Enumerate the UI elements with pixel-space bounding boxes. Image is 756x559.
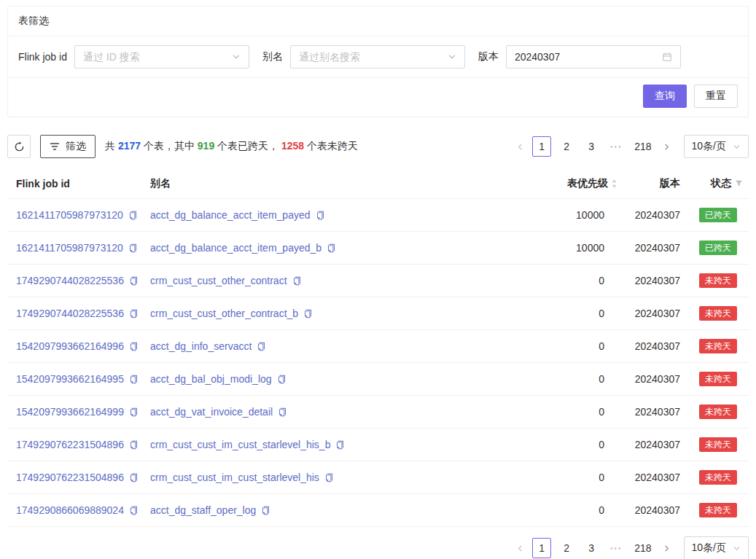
job-id-link[interactable]: 1749290762231504896 <box>16 472 124 483</box>
copy-icon[interactable] <box>257 342 266 351</box>
prev-page-button[interactable] <box>510 136 529 157</box>
table-row: 1542097993662164996 acct_dg_info_servacc… <box>7 330 749 363</box>
chevron-down-icon <box>733 544 741 552</box>
next-page-button[interactable] <box>658 136 677 157</box>
page-button-last[interactable]: 218 <box>631 538 654 558</box>
alias-link[interactable]: acct_dg_balance_acct_item_payed <box>150 209 311 221</box>
copy-icon[interactable] <box>327 243 336 253</box>
column-header-priority-label: 表优先级 <box>567 177 608 190</box>
copy-icon[interactable] <box>277 375 287 384</box>
copy-icon[interactable] <box>129 506 139 515</box>
page-size-select[interactable]: 10条/页 <box>684 135 749 158</box>
page-size-value: 10条/页 <box>692 542 726 555</box>
filter-button[interactable]: 筛选 <box>40 135 96 158</box>
table-row: 1542097993662164999 acct_dg_vat_invoice_… <box>7 396 749 429</box>
version-value: 20240307 <box>617 209 680 221</box>
table-row: 1749290744028225536 crm_cust_cust_other_… <box>7 297 749 330</box>
copy-icon[interactable] <box>292 276 302 286</box>
version-value: 20240307 <box>617 472 680 483</box>
page-button-last[interactable]: 218 <box>631 136 654 157</box>
query-button[interactable]: 查询 <box>643 85 687 108</box>
refresh-icon <box>14 141 25 152</box>
column-header-version: 版本 <box>617 177 680 190</box>
alias-link[interactable]: crm_cust_cust_other_contract <box>150 275 287 286</box>
copy-icon[interactable] <box>316 211 325 220</box>
job-id-link[interactable]: 1621411705987973120 <box>16 209 123 221</box>
alias-input[interactable] <box>299 51 443 63</box>
alias-link[interactable]: acct_dg_bal_obj_modi_log <box>150 373 272 385</box>
priority-value: 10000 <box>524 242 617 254</box>
alias-link[interactable]: acct_dg_staff_oper_log <box>150 504 256 516</box>
alias-link[interactable]: acct_dg_vat_invoice_detail <box>150 406 273 418</box>
flink-job-id-input[interactable] <box>83 51 227 63</box>
sort-icon[interactable] <box>611 178 617 189</box>
status-badge: 未跨天 <box>699 273 737 288</box>
job-id-link[interactable]: 1749290744028225536 <box>16 275 124 286</box>
job-id-link[interactable]: 1542097993662164999 <box>16 406 124 418</box>
table-row: 1749290866069889024 acct_dg_staff_oper_l… <box>7 494 749 527</box>
flink-job-id-select[interactable] <box>74 45 249 69</box>
copy-icon[interactable] <box>324 473 334 482</box>
alias-link[interactable]: acct_dg_balance_acct_item_payed_b <box>150 242 322 254</box>
alias-link[interactable]: crm_cust_cust_other_contract_b <box>150 308 298 319</box>
page-button-3[interactable]: 3 <box>582 136 601 157</box>
copy-icon[interactable] <box>261 506 270 515</box>
copy-icon[interactable] <box>129 407 139 417</box>
alias-link[interactable]: acct_dg_info_servacct <box>150 340 252 352</box>
priority-value: 0 <box>524 308 617 319</box>
copy-icon[interactable] <box>303 309 313 318</box>
alias-select[interactable] <box>290 45 465 69</box>
page-size-select[interactable]: 10条/页 <box>684 536 749 559</box>
copy-icon[interactable] <box>129 473 139 482</box>
copy-icon[interactable] <box>129 276 139 286</box>
alias-link[interactable]: crm_cust_cust_im_cust_starlevel_his <box>150 472 319 483</box>
table-row: 1749290762231504896 crm_cust_cust_im_cus… <box>7 461 749 494</box>
job-id-link[interactable]: 1621411705987973120 <box>16 242 123 254</box>
copy-icon[interactable] <box>335 440 345 450</box>
priority-value: 0 <box>524 373 617 385</box>
job-id-link[interactable]: 1749290744028225536 <box>16 308 124 319</box>
reset-button[interactable]: 重置 <box>694 85 738 108</box>
prev-page-button[interactable] <box>510 538 529 558</box>
version-value: 20240307 <box>617 406 680 418</box>
status-badge: 已跨天 <box>699 241 737 255</box>
copy-icon[interactable] <box>129 309 139 318</box>
filter-card-title: 表筛选 <box>8 7 748 36</box>
job-id-link[interactable]: 1749290762231504896 <box>16 439 124 450</box>
copy-icon[interactable] <box>129 342 139 351</box>
pagination-top: 1 2 3 ••• 218 10条/页 <box>510 135 749 158</box>
priority-value: 0 <box>524 472 617 483</box>
page-ellipsis[interactable]: ••• <box>607 538 626 558</box>
status-badge: 未跨天 <box>699 437 737 452</box>
version-date-picker[interactable] <box>506 45 681 69</box>
page-button-1[interactable]: 1 <box>532 136 551 157</box>
alias-link[interactable]: crm_cust_cust_im_cust_starlevel_his_b <box>150 439 330 450</box>
copy-icon[interactable] <box>128 211 138 220</box>
summary-text: 共 <box>105 140 118 152</box>
copy-icon[interactable] <box>129 375 139 384</box>
page-button-2[interactable]: 2 <box>557 136 576 157</box>
page-button-1[interactable]: 1 <box>532 538 551 558</box>
version-value: 20240307 <box>617 504 680 516</box>
calendar-icon <box>662 52 672 62</box>
copy-icon[interactable] <box>129 440 139 450</box>
page-button-3[interactable]: 3 <box>582 538 601 558</box>
version-value: 20240307 <box>617 340 680 352</box>
next-page-button[interactable] <box>658 538 677 558</box>
page-button-2[interactable]: 2 <box>557 538 576 558</box>
status-badge: 未跨天 <box>699 470 737 485</box>
page-size-value: 10条/页 <box>692 140 726 153</box>
column-filter-icon[interactable] <box>735 179 743 187</box>
job-id-link[interactable]: 1542097993662164995 <box>16 373 124 385</box>
version-input[interactable] <box>515 51 658 63</box>
table-row: 1749290744028225536 crm_cust_cust_other_… <box>7 265 749 297</box>
column-header-priority[interactable]: 表优先级 <box>524 177 617 190</box>
priority-value: 0 <box>524 439 617 450</box>
copy-icon[interactable] <box>128 243 138 253</box>
job-id-link[interactable]: 1542097993662164996 <box>16 340 124 352</box>
refresh-button[interactable] <box>7 135 31 158</box>
page-ellipsis[interactable]: ••• <box>607 136 626 157</box>
job-id-link[interactable]: 1749290866069889024 <box>16 504 124 516</box>
summary-text: 个表已跨天， <box>214 140 281 152</box>
copy-icon[interactable] <box>278 407 287 417</box>
